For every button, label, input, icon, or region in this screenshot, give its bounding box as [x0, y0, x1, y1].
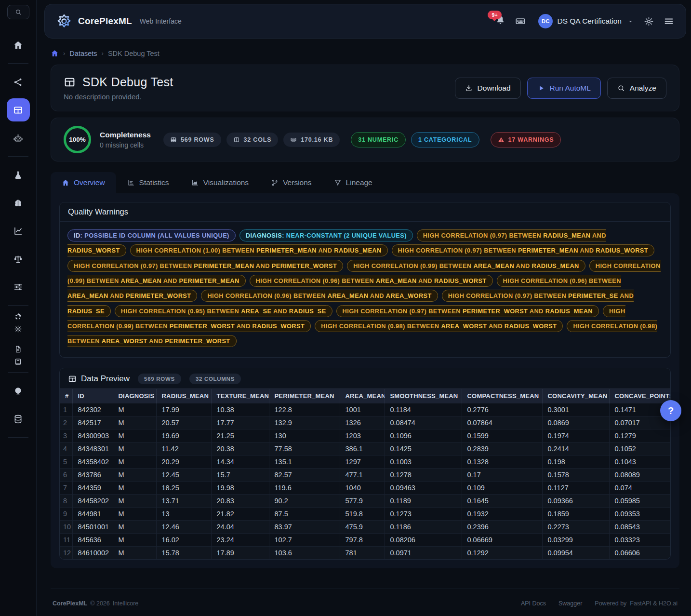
- table-cell: 0.1189: [385, 494, 462, 507]
- tab-visualizations[interactable]: Visualizations: [180, 172, 260, 193]
- sidebar-divider: [8, 437, 28, 438]
- book-icon: [14, 358, 22, 366]
- warning-chip-list: ID: POSSIBLE ID COLUMN (ALL VALUES UNIQU…: [60, 222, 670, 357]
- table-cell: M: [113, 455, 156, 468]
- sidebar-item-robot[interactable]: [7, 126, 30, 149]
- table-row: 7844359M18.2519.98119.610400.094630.1090…: [60, 481, 670, 494]
- download-button[interactable]: Download: [455, 78, 521, 99]
- sidebar-item-globe[interactable]: [7, 379, 30, 402]
- table-cell: 0.074: [609, 481, 670, 494]
- sidebar-item-chart-line[interactable]: [7, 219, 30, 242]
- column-header-radius-mean: RADIUS_MEAN: [156, 389, 211, 403]
- chevron-down-icon: [627, 18, 634, 25]
- sidebar-item-rocket[interactable]: [11, 310, 26, 322]
- table-cell: 21.25: [211, 429, 269, 442]
- scale-icon: [13, 254, 23, 264]
- rocket-icon: [14, 312, 22, 321]
- table-cell: 844359: [72, 481, 113, 494]
- table-cell: 20.29: [156, 455, 211, 468]
- footer-company: Intellicore: [113, 600, 139, 607]
- table-cell: 7: [60, 481, 72, 494]
- table-cell: 77.58: [269, 442, 340, 455]
- sidebar-search-button[interactable]: [7, 5, 29, 19]
- table-cell: 844981: [72, 507, 113, 520]
- sidebar-item-file[interactable]: [11, 343, 26, 355]
- table-row: 1842302M17.9910.38122.810010.11840.27760…: [60, 403, 670, 416]
- table-cell: 0.08089: [609, 468, 670, 481]
- warning-icon: [498, 136, 505, 143]
- table-cell: 0.1932: [462, 507, 542, 520]
- run-automl-button[interactable]: Run AutoML: [527, 78, 601, 99]
- column-header-perimeter-mean: PERIMETER_MEAN: [269, 389, 340, 403]
- api-docs-link[interactable]: API Docs: [521, 600, 546, 607]
- settings-button[interactable]: [644, 16, 654, 27]
- warning-chip: HIGH CORRELATION (0.99) BETWEEN AREA_MEA…: [347, 260, 585, 272]
- stat-pill-17-warnings: 17 WARNINGS: [491, 132, 561, 147]
- data-preview-table: #IDDIAGNOSISRADIUS_MEANTEXTURE_MEANPERIM…: [60, 389, 670, 559]
- notifications-button[interactable]: 9+: [495, 15, 505, 27]
- columns-icon: [233, 136, 240, 143]
- tab-lineage[interactable]: Lineage: [323, 172, 384, 193]
- data-preview-card: Data Preview 569 ROWS 32 COLUMNS #IDDIAG…: [59, 368, 671, 560]
- table-cell: 84610002: [72, 546, 113, 559]
- sidebar-item-gear[interactable]: [11, 323, 26, 335]
- footer: CorePlexML © 2026 Intellicore API Docs S…: [51, 589, 679, 615]
- tab-overview[interactable]: Overview: [51, 172, 116, 193]
- brand[interactable]: CorePlexML: [56, 13, 132, 29]
- tab-label: Statistics: [139, 178, 169, 187]
- warning-chip: DIAGNOSIS: NEAR-CONSTANT (2 UNIQUE VALUE…: [239, 229, 413, 241]
- tab-label: Versions: [283, 178, 311, 187]
- table-cell: 122.8: [269, 403, 340, 416]
- sidebar-item-brain[interactable]: [7, 191, 30, 214]
- table-cell: 845636: [72, 533, 113, 546]
- help-fab-button[interactable]: ?: [660, 400, 681, 421]
- branch-icon: [271, 179, 279, 187]
- table-cell: 23.24: [211, 533, 269, 546]
- breadcrumb-separator: ›: [63, 50, 65, 57]
- breadcrumb-datasets-link[interactable]: Datasets: [69, 50, 97, 57]
- swagger-link[interactable]: Swagger: [558, 600, 582, 607]
- sidebar-item-scale[interactable]: [7, 247, 30, 270]
- table-row: 1284610002M15.7817.89103.67810.09710.129…: [60, 546, 670, 559]
- warning-chip: HIGH CORRELATION (1.00) BETWEEN PERIMETE…: [130, 244, 388, 256]
- tab-statistics[interactable]: Statistics: [116, 172, 180, 193]
- sidebar-nav: [0, 31, 36, 442]
- column-header-compactness-mean: COMPACTNESS_MEAN: [462, 389, 542, 403]
- table-row: 9844981M1321.8287.5519.80.12730.19320.18…: [60, 507, 670, 520]
- dataset-title-card: SDK Debug Test No description provided. …: [51, 65, 679, 111]
- stat-pill-170-16-kb: 170.16 KB: [283, 133, 340, 147]
- sidebar-item-home[interactable]: [7, 33, 30, 56]
- sidebar-divider: [8, 305, 28, 306]
- sidebar-item-book[interactable]: [11, 356, 26, 367]
- page-title: SDK Debug Test: [82, 75, 173, 89]
- table-cell: 0.2776: [462, 403, 542, 416]
- analyze-button[interactable]: Analyze: [607, 78, 666, 99]
- user-menu[interactable]: DC DS QA Certification: [538, 14, 634, 28]
- table-cell: 0.1096: [385, 429, 462, 442]
- share-icon: [13, 77, 23, 87]
- table-cell: 475.9: [340, 520, 385, 533]
- tab-versions[interactable]: Versions: [260, 172, 322, 193]
- hamburger-menu-button[interactable]: [664, 16, 674, 27]
- column-header-concavity-mean: CONCAVITY_MEAN: [542, 389, 609, 403]
- home-icon: [62, 179, 69, 187]
- table-cell: 8: [60, 494, 72, 507]
- sidebar-item-database[interactable]: [7, 407, 30, 430]
- table-cell: 0.1184: [385, 403, 462, 416]
- sidebar-item-share[interactable]: [7, 70, 30, 94]
- data-preview-table-container[interactable]: #IDDIAGNOSISRADIUS_MEANTEXTURE_MEANPERIM…: [60, 388, 670, 559]
- column-header-diagnosis: DIAGNOSIS: [113, 389, 156, 403]
- column-header-id: ID: [72, 389, 113, 403]
- sidebar-item-sliders[interactable]: [7, 275, 30, 298]
- dataset-stats-card: 100% Completeness 0 missing cells 569 RO…: [51, 118, 679, 161]
- table-cell: 842517: [72, 416, 113, 429]
- sidebar-item-table[interactable]: [7, 98, 30, 121]
- table-cell: 0.1974: [542, 429, 609, 442]
- table-cell: M: [113, 494, 156, 507]
- missing-cells-label: 0 missing cells: [100, 141, 151, 149]
- keyboard-shortcuts-button[interactable]: [515, 16, 526, 27]
- breadcrumb-home-icon[interactable]: [51, 49, 59, 57]
- column-header-area-mean: AREA_MEAN: [340, 389, 385, 403]
- sidebar-item-flask[interactable]: [7, 163, 30, 187]
- table-cell: 0.1052: [609, 442, 670, 455]
